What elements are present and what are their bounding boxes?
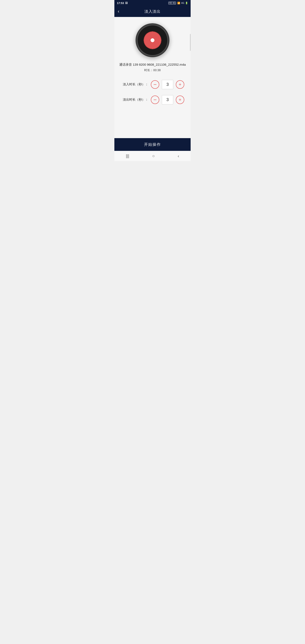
wifi-icon: 📶 <box>177 2 180 4</box>
fade-in-value[interactable]: 3 <box>162 80 173 89</box>
page-title: 淡入淡出 <box>144 9 160 14</box>
vinyl-record <box>136 23 170 57</box>
status-left: 17:53 🖼 <box>117 2 128 5</box>
nav-bar: ||| ○ ‹ <box>114 151 190 161</box>
battery-icon: 🔋 <box>185 2 188 4</box>
fade-out-label: 淡出时长（秒）： <box>121 98 148 102</box>
nav-menu-icon[interactable]: ||| <box>126 154 129 158</box>
nav-back-icon[interactable]: ‹ <box>178 154 179 158</box>
fade-in-label: 淡入时长（秒）： <box>121 82 148 86</box>
hd-indicator: HD 4G <box>168 2 176 4</box>
status-right: HD 4G 📶 4G 🔋 <box>168 2 188 4</box>
bottom-action-bar: 开始操作 <box>114 138 190 151</box>
controls-section: 淡入时长（秒）： − 3 + 淡出时长（秒）： − 3 + <box>118 80 186 110</box>
main-content: 通话录音 139 8200 9608_221106_222552.m4a 时长：… <box>114 17 190 138</box>
status-bar: 17:53 🖼 HD 4G 📶 4G 🔋 <box>114 0 190 6</box>
fade-in-row: 淡入时长（秒）： − 3 + <box>121 80 184 89</box>
back-button[interactable]: ‹ <box>118 9 119 14</box>
fade-in-decrease-button[interactable]: − <box>151 80 159 89</box>
app-header: ‹ 淡入淡出 <box>114 6 190 17</box>
file-name: 通话录音 139 8200 9608_221106_222552.m4a <box>119 62 186 67</box>
vinyl-wrapper <box>136 23 170 57</box>
fade-in-increase-button[interactable]: + <box>176 80 184 89</box>
file-duration: 时长：00:38 <box>144 68 160 72</box>
fade-out-increase-button[interactable]: + <box>176 96 184 104</box>
start-button[interactable]: 开始操作 <box>144 142 161 147</box>
fade-out-value[interactable]: 3 <box>162 95 173 104</box>
fade-out-row: 淡出时长（秒）： − 3 + <box>121 95 184 104</box>
fade-out-decrease-button[interactable]: − <box>151 96 159 104</box>
nav-home-icon[interactable]: ○ <box>152 154 154 158</box>
status-photo-icon: 🖼 <box>125 2 128 4</box>
signal-icon: 4G <box>181 2 184 4</box>
scroll-indicator <box>190 34 190 51</box>
status-time: 17:53 <box>117 2 124 5</box>
